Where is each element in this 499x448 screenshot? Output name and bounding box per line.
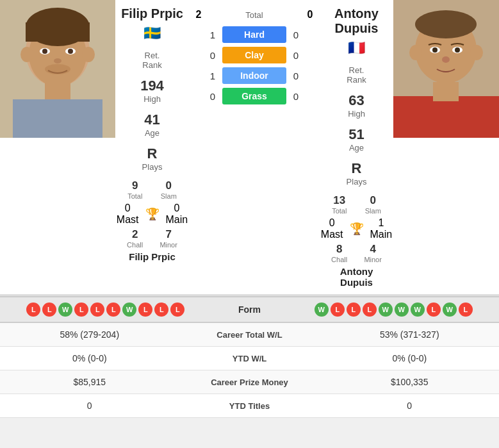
form-badge-left: L [42,303,56,317]
form-badge-right: L [331,303,345,317]
form-right: WLLLWWWLWL [288,303,500,317]
stat-right-val: 53% (371-327) [320,329,500,340]
player-left-chall: 2 Chall [127,228,143,249]
player-right-rank: Ret. Rank [347,65,366,85]
svg-rect-17 [433,82,459,101]
stat-center-label: YTD W/L [179,354,320,363]
player-left-flag: 🇸🇪 [143,25,161,42]
player-right-name: Antony Dupuis [323,6,390,36]
form-badge-right: W [411,303,425,317]
total-row: 2 Total 0 [189,9,320,21]
player-right-trophy-row: 0 Mast 🏆 1 Main [323,217,390,240]
trophy-icon-left: 🏆 [145,207,160,221]
form-badge-right: W [443,303,457,317]
form-badge-left: W [122,303,136,317]
form-badge-left: L [154,303,168,317]
form-badge-left: L [26,303,40,317]
trophy-icon-right: 🏆 [350,222,364,236]
stats-row: 58% (279-204) Career Total W/L 53% (371-… [0,323,499,347]
player-right-stats: Antony Dupuis 🇫🇷 Ret. Rank 63 High 51 Ag… [320,0,393,294]
svg-point-20 [409,45,422,60]
svg-point-19 [415,10,477,38]
player-right-mast: 0 Mast [321,217,343,240]
surface-indoor-row: 1 Indoor 0 [189,67,320,84]
svg-point-5 [20,47,33,62]
form-badge-left: L [170,303,184,317]
player-right-main: 1 Main [370,217,393,240]
form-badge-right: L [363,303,377,317]
player-left-name-bottom: Filip Prpic [119,251,186,262]
svg-rect-13 [13,99,102,138]
form-badge-right: L [427,303,441,317]
player-left-bottom-stats: 9 Total 0 Slam 0 Mast 🏆 0 [119,179,186,262]
svg-point-10 [68,49,73,54]
player-left-rank: Ret. Rank [142,51,161,70]
svg-point-21 [470,45,483,60]
player-left-stats: Filip Prpic 🇸🇪 Ret. Rank 194 High 41 Age [115,0,189,294]
stats-row: $85,915 Career Prize Money $100,335 [0,370,499,394]
stats-row: 0% (0-0) YTD W/L 0% (0-0) [0,347,499,370]
player-right-name-bottom: Antony Dupuis [323,266,390,288]
form-left: LLWLLLWLLL [0,303,211,317]
player-right-slam: 0 Slam [365,194,381,215]
player-left-age: 41 Age [144,112,160,138]
svg-rect-12 [45,82,70,101]
stat-right-val: $100,335 [320,377,500,387]
player-right-total-stat: 13 Total [332,194,347,215]
stat-left-val: 58% (279-204) [0,329,179,340]
form-badge-right: W [395,303,409,317]
svg-point-6 [82,47,95,62]
surface-hard-row: 1 Hard 0 [189,26,320,43]
stat-center-label: YTD Titles [179,401,320,411]
player-left-trophy-row: 0 Mast 🏆 0 Main [119,203,186,226]
form-badge-right: W [379,303,393,317]
stat-right-val: 0% (0-0) [320,353,500,363]
player-left-mast: 0 Mast [117,203,139,226]
svg-point-24 [432,47,438,53]
stats-table: 58% (279-204) Career Total W/L 53% (371-… [0,323,499,418]
stat-center-label: Career Prize Money [179,377,320,387]
surface-clay-btn: Clay [222,47,286,63]
player-left-name: Filip Prpic [121,6,183,21]
player-right-chall: 8 Chall [331,243,347,263]
surface-grass-row: 0 Grass 0 [189,88,320,104]
svg-point-25 [455,47,460,53]
svg-rect-16 [393,96,499,138]
player-right-age: 51 Age [348,126,364,153]
svg-point-9 [42,49,47,54]
player-right-minor: 4 Minor [364,243,382,263]
player-left-slam: 0 Slam [161,179,177,200]
surface-hard-btn: Hard [222,26,286,43]
svg-point-11 [54,58,61,63]
form-badge-left: L [74,303,88,317]
player-left-photo [0,0,115,138]
main-container: Filip Prpic 🇸🇪 Ret. Rank 194 High 41 Age [0,0,499,418]
player-left-high: 194 High [140,78,164,104]
player-left-minor: 7 Minor [160,228,177,249]
form-badge-right: W [315,303,329,317]
center-panel: 2 Total 0 1 Hard 0 0 Clay 0 1 Indoor [189,0,320,294]
top-section: Filip Prpic 🇸🇪 Ret. Rank 194 High 41 Age [0,0,499,296]
stat-left-val: $85,915 [0,377,179,387]
stats-row: 0 YTD Titles 0 [0,394,499,418]
svg-point-26 [442,56,450,63]
player-right-high: 63 High [348,92,365,119]
player-right-flag: 🇫🇷 [348,40,365,56]
form-badge-right: L [459,303,473,317]
stat-center-label: Career Total W/L [179,330,320,340]
form-section: LLWLLLWLLL Form WLLLWWWLWL [0,296,499,323]
player-left-main: 0 Main [166,203,188,226]
form-label: Form [211,304,288,315]
stat-right-val: 0 [320,401,500,411]
player-right-plays: R Plays [347,160,367,187]
form-badge-left: L [90,303,104,317]
stat-left-val: 0 [0,401,179,411]
player-left-plays: R Plays [142,145,163,172]
form-badge-left: L [138,303,152,317]
surface-grass-btn: Grass [222,88,286,104]
form-badge-left: L [106,303,120,317]
form-badge-left: W [58,303,72,317]
player-right-photo [393,0,499,138]
surface-indoor-btn: Indoor [222,67,286,84]
svg-rect-4 [26,22,90,42]
